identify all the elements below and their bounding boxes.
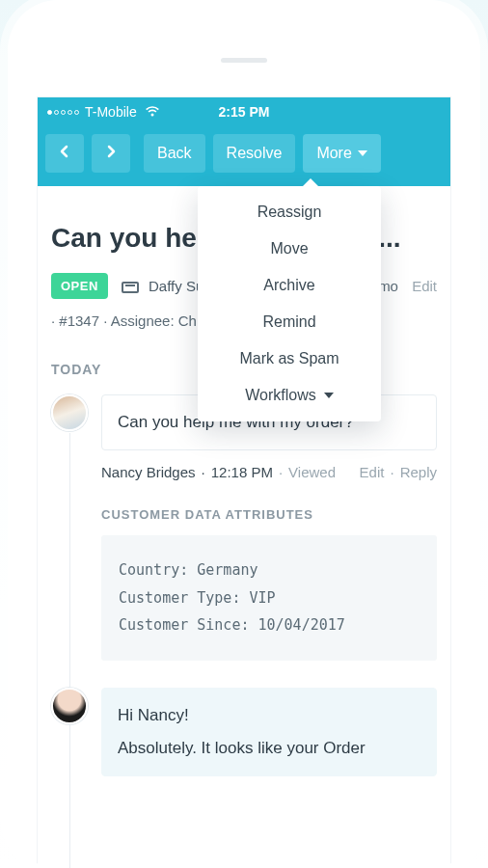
carrier-label: T-Mobile (85, 104, 137, 120)
avatar (51, 394, 88, 431)
message-body: Hi Nancy! Absolutely. It looks like your… (101, 688, 437, 776)
avatar (51, 688, 88, 724)
chevron-left-icon (60, 145, 69, 162)
menu-item-workflows[interactable]: Workflows (198, 377, 381, 414)
message-line: Absolutely. It looks like your Order (118, 739, 420, 758)
menu-item-workflows-label: Workflows (245, 387, 316, 404)
more-button[interactable]: More (303, 134, 380, 173)
toolbar: Back Resolve More (38, 126, 450, 186)
menu-item-move[interactable]: Move (198, 231, 381, 267)
menu-item-archive[interactable]: Archive (198, 267, 381, 304)
customer-data-line: Customer Type: VIP (119, 584, 420, 612)
more-dropdown: Reassign Move Archive Remind Mark as Spa… (198, 186, 381, 421)
wifi-icon (145, 104, 160, 120)
customer-data-box: Country: Germany Customer Type: VIP Cust… (101, 535, 437, 661)
clock: 2:15 PM (219, 104, 270, 120)
message-author: Nancy Bridges (101, 464, 196, 480)
device-frame: T-Mobile 2:15 PM Back Resolve More (8, 0, 480, 868)
content: Reassign Move Archive Remind Mark as Spa… (38, 186, 450, 776)
back-button[interactable]: Back (144, 134, 205, 173)
message-edit-link[interactable]: Edit (360, 464, 385, 480)
customer-data-section-label: CUSTOMER DATA ATTRIBUTES (101, 507, 437, 522)
message-line: Hi Nancy! (118, 706, 420, 725)
status-badge: OPEN (51, 273, 108, 299)
chevron-down-icon (358, 150, 367, 156)
menu-item-reassign[interactable]: Reassign (198, 194, 381, 231)
more-label: More (316, 145, 351, 162)
inbox-icon (122, 282, 139, 293)
status-bar: T-Mobile 2:15 PM (38, 97, 450, 126)
resolve-button[interactable]: Resolve (213, 134, 296, 173)
thread: Can you help me with my order? Nancy Bri… (51, 394, 437, 776)
chevron-down-icon (324, 393, 334, 398)
menu-item-mark-as-spam[interactable]: Mark as Spam (198, 340, 381, 377)
nav-prev-button[interactable] (45, 134, 84, 173)
menu-item-remind[interactable]: Remind (198, 304, 381, 340)
edit-tags-link[interactable]: Edit (412, 278, 437, 294)
signal-dots-icon (47, 110, 79, 115)
message-time: 12:18 PM (211, 464, 273, 480)
message-customer: Can you help me with my order? Nancy Bri… (51, 394, 437, 661)
customer-data-line: Customer Since: 10/04/2017 (119, 611, 420, 639)
speaker-notch (221, 58, 267, 63)
message-meta: Nancy Bridges · 12:18 PM · Viewed Edit ·… (101, 464, 437, 480)
message-reply-link[interactable]: Reply (400, 464, 437, 480)
chevron-right-icon (106, 145, 116, 162)
mailbox-name: Daffy Su (149, 278, 203, 294)
message-agent: Hi Nancy! Absolutely. It looks like your… (51, 688, 437, 776)
message-status: Viewed (288, 464, 336, 480)
screen: T-Mobile 2:15 PM Back Resolve More (37, 96, 451, 868)
nav-next-button[interactable] (92, 134, 130, 173)
customer-data-line: Country: Germany (119, 556, 420, 584)
